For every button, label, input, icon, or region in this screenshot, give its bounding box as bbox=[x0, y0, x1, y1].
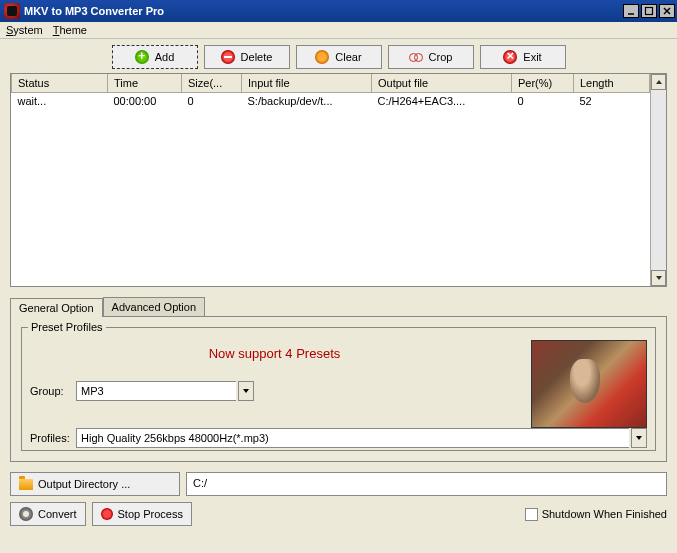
preset-legend: Preset Profiles bbox=[28, 321, 106, 333]
col-per[interactable]: Per(%) bbox=[512, 74, 574, 92]
col-status[interactable]: Status bbox=[12, 74, 108, 92]
profiles-dropdown-button[interactable] bbox=[631, 428, 647, 448]
svg-marker-6 bbox=[243, 389, 249, 393]
col-size[interactable]: Size(... bbox=[182, 74, 242, 92]
cell-per: 0 bbox=[512, 92, 574, 110]
scroll-track[interactable] bbox=[651, 90, 666, 270]
exit-icon bbox=[503, 50, 517, 64]
clear-button[interactable]: Clear bbox=[296, 45, 382, 69]
cell-input: S:/backup/dev/t... bbox=[242, 92, 372, 110]
svg-rect-1 bbox=[646, 8, 653, 15]
toolbar: Add Delete Clear Crop Exit bbox=[10, 45, 667, 69]
output-directory-button[interactable]: Output Directory ... bbox=[10, 472, 180, 496]
output-dir-label: Output Directory ... bbox=[38, 478, 130, 490]
svg-marker-5 bbox=[656, 276, 662, 280]
shutdown-label: Shutdown When Finished bbox=[542, 508, 667, 520]
preview-image bbox=[531, 340, 647, 428]
profiles-label: Profiles: bbox=[30, 432, 74, 444]
options-panel: Preset Profiles Now support 4 Presets Gr… bbox=[10, 316, 667, 462]
scroll-up-button[interactable] bbox=[651, 74, 666, 90]
exit-label: Exit bbox=[523, 51, 541, 63]
group-dropdown-button[interactable] bbox=[238, 381, 254, 401]
output-path-field[interactable]: C:/ bbox=[186, 472, 667, 496]
menu-theme[interactable]: Theme bbox=[53, 24, 87, 36]
cell-output: C:/H264+EAC3.... bbox=[372, 92, 512, 110]
checkbox-icon bbox=[525, 508, 538, 521]
shutdown-checkbox[interactable]: Shutdown When Finished bbox=[525, 508, 667, 521]
table-row[interactable]: wait... 00:00:00 0 S:/backup/dev/t... C:… bbox=[12, 92, 650, 110]
group-select[interactable]: MP3 bbox=[76, 381, 236, 401]
app-icon bbox=[4, 3, 20, 19]
crop-label: Crop bbox=[429, 51, 453, 63]
tab-general[interactable]: General Option bbox=[10, 298, 103, 317]
scroll-down-button[interactable] bbox=[651, 270, 666, 286]
delete-button[interactable]: Delete bbox=[204, 45, 290, 69]
gear-icon bbox=[19, 507, 33, 521]
clear-label: Clear bbox=[335, 51, 361, 63]
add-label: Add bbox=[155, 51, 175, 63]
tab-advanced[interactable]: Advanced Option bbox=[103, 297, 205, 316]
convert-label: Convert bbox=[38, 508, 77, 520]
minimize-button[interactable] bbox=[623, 4, 639, 18]
convert-button[interactable]: Convert bbox=[10, 502, 86, 526]
col-output[interactable]: Output file bbox=[372, 74, 512, 92]
menu-bar: System Theme bbox=[0, 22, 677, 39]
stop-label: Stop Process bbox=[118, 508, 183, 520]
maximize-button[interactable] bbox=[641, 4, 657, 18]
scissors-icon bbox=[409, 50, 423, 64]
support-text: Now support 4 Presets bbox=[30, 340, 519, 381]
col-time[interactable]: Time bbox=[108, 74, 182, 92]
exit-button[interactable]: Exit bbox=[480, 45, 566, 69]
clear-icon bbox=[315, 50, 329, 64]
title-bar: MKV to MP3 Converter Pro bbox=[0, 0, 677, 22]
plus-icon bbox=[135, 50, 149, 64]
crop-button[interactable]: Crop bbox=[388, 45, 474, 69]
tab-bar: General Option Advanced Option bbox=[10, 297, 667, 316]
delete-label: Delete bbox=[241, 51, 273, 63]
cell-size: 0 bbox=[182, 92, 242, 110]
minus-icon bbox=[221, 50, 235, 64]
window-title: MKV to MP3 Converter Pro bbox=[24, 5, 623, 17]
close-button[interactable] bbox=[659, 4, 675, 18]
cell-length: 52 bbox=[574, 92, 650, 110]
add-button[interactable]: Add bbox=[112, 45, 198, 69]
stop-process-button[interactable]: Stop Process bbox=[92, 502, 192, 526]
cell-status: wait... bbox=[12, 92, 108, 110]
svg-marker-4 bbox=[656, 80, 662, 84]
preset-profiles-fieldset: Preset Profiles Now support 4 Presets Gr… bbox=[21, 327, 656, 451]
col-length[interactable]: Length bbox=[574, 74, 650, 92]
group-label: Group: bbox=[30, 385, 74, 397]
stop-icon bbox=[101, 508, 113, 520]
table-header-row: Status Time Size(... Input file Output f… bbox=[12, 74, 650, 92]
menu-system[interactable]: System bbox=[6, 24, 43, 36]
svg-marker-7 bbox=[636, 436, 642, 440]
file-list: Status Time Size(... Input file Output f… bbox=[10, 73, 667, 287]
profiles-select[interactable]: High Quality 256kbps 48000Hz(*.mp3) bbox=[76, 428, 629, 448]
col-input[interactable]: Input file bbox=[242, 74, 372, 92]
folder-icon bbox=[19, 479, 33, 490]
scrollbar[interactable] bbox=[650, 74, 666, 286]
cell-time: 00:00:00 bbox=[108, 92, 182, 110]
